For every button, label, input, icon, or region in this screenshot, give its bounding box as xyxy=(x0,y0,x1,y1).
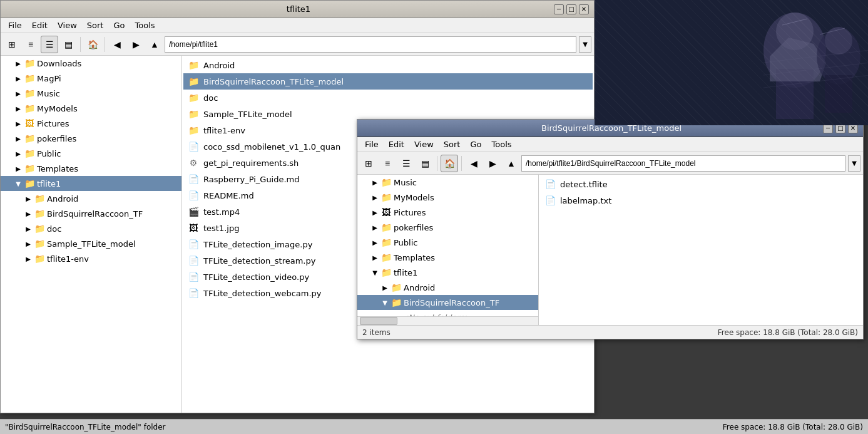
home-button[interactable]: 🏠 xyxy=(84,36,101,53)
birdsquirrel-file-icon: 📁 xyxy=(186,74,201,89)
second-icon-view-button[interactable]: ⊞ xyxy=(360,155,377,172)
second-compact-view-icon: ▤ xyxy=(421,158,429,168)
menu-sort[interactable]: Sort xyxy=(82,19,109,31)
second-menu-view[interactable]: View xyxy=(409,138,439,150)
second-up-button[interactable]: ▲ xyxy=(503,155,520,172)
tflite1env-file-icon: 📁 xyxy=(186,123,201,138)
expand-sample-icon: ▶ xyxy=(23,239,33,249)
second-tree-pokerfiles[interactable]: ▶ 📁 pokerfiles xyxy=(357,220,538,235)
address-input[interactable] xyxy=(165,36,576,53)
compact-view-icon: ▤ xyxy=(64,39,73,49)
tree-item-android[interactable]: ▶ 📁 Android xyxy=(1,191,181,206)
icon-view-icon: ⊞ xyxy=(8,39,16,49)
second-templates-icon: 📁 xyxy=(380,251,392,264)
second-tree-birdsquirrel[interactable]: ▼ 📁 BirdSquirrelRaccoon_TF xyxy=(357,295,538,310)
labelmap-file-label: labelmap.txt xyxy=(558,196,611,205)
second-pokerfiles-label: pokerfiles xyxy=(392,223,433,232)
second-address-bar-container: ▼ xyxy=(521,155,860,172)
tree-item-tflite1[interactable]: ▼ 📁 tflite1 xyxy=(1,176,181,191)
close-button[interactable]: ✕ xyxy=(579,4,589,14)
expand-downloads-icon: ▶ xyxy=(13,58,23,68)
second-toolbar: ⊞ ≡ ☰ ▤ 🏠 ◀ ▶ ▲ ▼ xyxy=(357,152,863,175)
second-menu-tools[interactable]: Tools xyxy=(487,138,517,150)
second-file-detect[interactable]: 📄 detect.tflite xyxy=(540,176,862,192)
svg-line-8 xyxy=(782,19,807,25)
test1jpg-file-label: test1.jpg xyxy=(201,224,239,233)
birdsquirrel-label: BirdSquirrelRaccoon_TF xyxy=(46,209,143,219)
second-tree-public[interactable]: ▶ 📁 Public xyxy=(357,235,538,250)
second-tree-pictures[interactable]: ▶ 🖼 Pictures xyxy=(357,205,538,220)
second-menu-go[interactable]: Go xyxy=(465,138,486,150)
second-tree-mymodels[interactable]: ▶ 📁 MyModels xyxy=(357,190,538,205)
svg-point-1 xyxy=(763,13,826,88)
menu-file[interactable]: File xyxy=(3,19,27,31)
tree-item-mymodels[interactable]: ▶ 📁 MyModels xyxy=(1,101,181,116)
second-tree-hscroll[interactable] xyxy=(357,316,538,325)
menu-edit[interactable]: Edit xyxy=(27,19,53,31)
second-tree-android[interactable]: ▶ 📁 Android xyxy=(357,280,538,295)
second-back-button[interactable]: ◀ xyxy=(465,155,483,172)
second-tree-tflite1[interactable]: ▼ 📁 tflite1 xyxy=(357,265,538,280)
back-button[interactable]: ◀ xyxy=(108,36,126,53)
tree-item-pictures[interactable]: ▶ 🖼 Pictures xyxy=(1,116,181,131)
address-dropdown-button[interactable]: ▼ xyxy=(579,36,591,53)
tree-item-public[interactable]: ▶ 📁 Public xyxy=(1,146,181,161)
second-detail-view-button[interactable]: ≡ xyxy=(379,155,396,172)
android-folder-icon: 📁 xyxy=(33,192,46,205)
second-menu-sort[interactable]: Sort xyxy=(439,138,466,150)
sample-file-label: Sample_TFLite_model xyxy=(201,110,292,119)
second-public-icon: 📁 xyxy=(380,236,392,249)
tree-item-sample[interactable]: ▶ 📁 Sample_TFLite_model xyxy=(1,236,181,251)
tflite-stream-file-icon: 📄 xyxy=(186,253,201,268)
tree-item-pokerfiles[interactable]: ▶ 📁 pokerfiles xyxy=(1,131,181,146)
second-compact-view-button[interactable]: ▤ xyxy=(416,155,434,172)
second-tree-hscroll-thumb[interactable] xyxy=(360,317,397,325)
tree-item-downloads[interactable]: ▶ 📁 Downloads xyxy=(1,56,181,71)
global-folder-label: "BirdSquirrelRaccoon_TFLite_model" folde… xyxy=(5,423,166,431)
expand-pokerfiles-icon: ▶ xyxy=(13,133,23,143)
second-list-view-button[interactable]: ☰ xyxy=(397,155,415,172)
second-forward-button[interactable]: ▶ xyxy=(484,155,501,172)
second-mymodels-icon: 📁 xyxy=(380,191,392,204)
second-menu-edit[interactable]: Edit xyxy=(384,138,409,150)
compact-view-button[interactable]: ▤ xyxy=(59,36,77,53)
second-address-dropdown-button[interactable]: ▼ xyxy=(848,155,860,172)
readme-file-icon: 📄 xyxy=(186,188,201,203)
detail-view-button[interactable]: ≡ xyxy=(22,36,39,53)
file-android[interactable]: 📁 Android xyxy=(183,57,593,73)
second-expand-music: ▶ xyxy=(370,177,380,187)
minimize-button[interactable]: ─ xyxy=(554,4,564,14)
restore-button[interactable]: □ xyxy=(566,4,576,14)
file-doc[interactable]: 📁 doc xyxy=(183,90,593,106)
svg-line-12 xyxy=(763,75,868,88)
main-toolbar: ⊞ ≡ ☰ ▤ 🏠 ◀ ▶ ▲ ▼ xyxy=(1,33,594,56)
sample-label: Sample_TFLite_model xyxy=(46,239,136,249)
icon-view-button[interactable]: ⊞ xyxy=(3,36,21,53)
menu-tools[interactable]: Tools xyxy=(130,19,160,31)
expand-android-icon: ▶ xyxy=(23,194,33,204)
menu-view[interactable]: View xyxy=(53,19,82,31)
second-tree-music[interactable]: ▶ 📁 Music xyxy=(357,175,538,190)
second-items-count: 2 items xyxy=(362,328,391,337)
file-birdsquirrel[interactable]: 📁 BirdSquirrelRaccoon_TFLite_model xyxy=(183,73,593,90)
second-address-input[interactable] xyxy=(521,155,845,172)
tree-item-birdsquirrel[interactable]: ▶ 📁 BirdSquirrelRaccoon_TF xyxy=(1,206,181,221)
second-statusbar: 2 items Free space: 18.8 GiB (Total: 28.… xyxy=(357,325,863,339)
main-window-controls: ─ □ ✕ xyxy=(554,4,589,14)
tree-item-tflite1env[interactable]: ▶ 📁 tflite1-env xyxy=(1,251,181,266)
list-view-button[interactable]: ☰ xyxy=(41,36,58,53)
tree-item-music[interactable]: ▶ 📁 Music xyxy=(1,86,181,101)
second-file-labelmap[interactable]: 📄 labelmap.txt xyxy=(540,192,862,209)
tree-item-magpi[interactable]: ▶ 📁 MagPi xyxy=(1,71,181,86)
expand-doc-icon: ▶ xyxy=(23,224,33,234)
tree-item-doc[interactable]: ▶ 📁 doc xyxy=(1,221,181,236)
forward-button[interactable]: ▶ xyxy=(127,36,145,53)
second-menu-file[interactable]: File xyxy=(360,138,384,150)
up-button[interactable]: ▲ xyxy=(146,36,163,53)
tree-item-templates[interactable]: ▶ 📁 Templates xyxy=(1,161,181,176)
second-tree-templates[interactable]: ▶ 📁 Templates xyxy=(357,250,538,265)
tflite1env-label: tflite1-env xyxy=(46,254,89,264)
menu-go[interactable]: Go xyxy=(108,19,130,31)
second-home-button[interactable]: 🏠 xyxy=(441,155,458,172)
svg-rect-3 xyxy=(776,69,814,119)
